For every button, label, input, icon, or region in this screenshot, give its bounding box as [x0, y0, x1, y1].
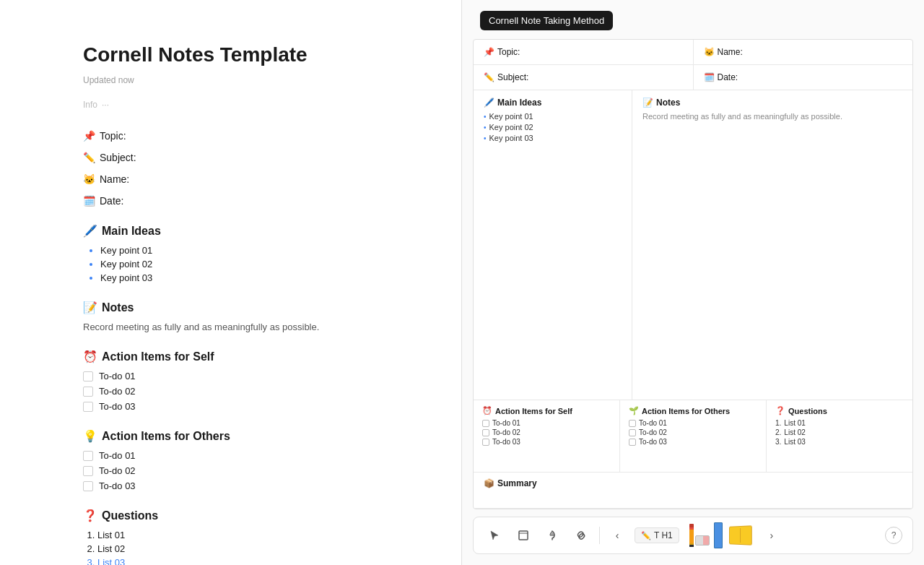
main-ideas-list: Key point 01 Key point 02 Key point 03 [83, 245, 418, 283]
questions-list: List 01 List 02 List 03 [83, 530, 418, 565]
card-bullet-2: Key point 02 [484, 123, 622, 131]
card-main-row: 🖊️ Main Ideas Key point 01 Key point 02 … [474, 90, 912, 400]
subject-field: ✏️Subject: [83, 152, 418, 163]
action-others-heading: 💡 Action Items for Others [83, 429, 418, 443]
date-field: 🗓️Date: [83, 195, 418, 207]
card-topic-cell: 📌 Topic: [474, 40, 694, 64]
todo-label: To-do 03 [99, 401, 136, 412]
checkbox-item[interactable]: To-do 02 [83, 386, 418, 397]
card-row-subject-date: ✏️ Subject: 🗓️ Date: [474, 65, 912, 90]
prev-button[interactable]: ‹ [607, 525, 627, 545]
card-subject-label: ✏️ Subject: [484, 72, 683, 82]
todo-checkbox [629, 429, 636, 436]
card-todo-item: To-do 03 [629, 438, 757, 446]
main-ideas-title: Main Ideas [102, 225, 161, 238]
pin-tool-icon[interactable] [541, 525, 563, 546]
action-self-emoji: ⏰ [83, 350, 97, 363]
notes-card-desc: Record meeting as fully and as meaningfu… [642, 112, 902, 121]
card-date-label: 🗓️ Date: [704, 72, 903, 82]
checkbox-input[interactable] [83, 481, 93, 491]
left-panel: Cornell Notes Template Updated now Info … [0, 0, 462, 565]
link-tool-icon[interactable] [570, 525, 592, 546]
notes-heading: 📝 Notes [83, 301, 418, 314]
checkbox-item[interactable]: To-do 03 [83, 401, 418, 412]
card-topic-label: 📌 Topic: [484, 47, 683, 57]
name-emoji: 🐱 [83, 173, 95, 185]
frame-tool-icon[interactable] [513, 525, 534, 546]
ruler-icon [714, 522, 723, 548]
main-ideas-card-title: 🖊️ Main Ideas [484, 98, 622, 108]
eraser-icon [695, 535, 710, 545]
todo-label: To-do 01 [99, 371, 136, 381]
card-row-topic-name: 📌 Topic: 🐱 Name: [474, 40, 912, 65]
main-ideas-card-icon: 🖊️ [484, 98, 494, 108]
col-others-icon: 🌱 [629, 406, 639, 415]
notes-card-title: 📝 Notes [642, 98, 902, 108]
date-emoji: 🗓️ [83, 195, 95, 207]
questions-heading: ❓ Questions [83, 509, 418, 522]
todo-label: To-do 03 [99, 480, 136, 491]
notes-description: Record meeting as fully and as meaningfu… [83, 322, 418, 332]
updated-text: Updated now [83, 75, 418, 85]
toolbar-separator [599, 527, 600, 544]
card-todo-item: To-do 02 [482, 428, 611, 436]
todo-checkbox [629, 420, 636, 427]
todo-checkbox [629, 439, 636, 446]
card-notes-col: 📝 Notes Record meeting as fully and as m… [632, 90, 912, 400]
card-name-cell: 🐱 Name: [694, 40, 913, 64]
col-self-title: ⏰ Action Items for Self [482, 406, 611, 415]
checkbox-input[interactable] [83, 451, 93, 461]
info-row: Info ··· [83, 100, 418, 110]
card-date-cell: 🗓️ Date: [694, 65, 913, 90]
card-main-ideas-col: 🖊️ Main Ideas Key point 01 Key point 02 … [474, 90, 632, 400]
cursor-tool-icon[interactable] [484, 525, 505, 546]
action-others-title: Action Items for Others [102, 430, 230, 443]
date-icon: 🗓️ [704, 72, 715, 82]
info-dots[interactable]: ··· [102, 100, 109, 110]
info-label: Info [83, 100, 97, 110]
card-todo-item: To-do 02 [629, 428, 757, 436]
checkbox-item[interactable]: To-do 03 [83, 480, 418, 491]
book-icon [729, 525, 752, 545]
card-subject-cell: ✏️ Subject: [474, 65, 694, 90]
text-format-badge[interactable]: ✏️ T H1 [635, 527, 679, 543]
preview-label: Cornell Note Taking Method [480, 11, 613, 30]
notes-title: Notes [102, 301, 134, 314]
list-item: List 03 [97, 557, 418, 565]
summary-icon: 📦 [484, 478, 494, 488]
action-self-title: Action Items for Self [102, 350, 214, 363]
main-ideas-heading: 🖊️ Main Ideas [83, 224, 418, 238]
checkbox-item[interactable]: To-do 01 [83, 371, 418, 381]
card-col-others: 🌱 Action Items for Others To-do 01 To-do… [620, 400, 767, 472]
summary-title: 📦 Summary [484, 478, 902, 488]
card-bullet-3: Key point 03 [484, 134, 622, 142]
checkbox-input[interactable] [83, 466, 93, 476]
name-field: 🐱Name: [83, 173, 418, 185]
topic-icon: 📌 [484, 47, 494, 57]
action-self-list: To-do 01 To-do 02 To-do 03 [83, 371, 418, 412]
name-label: Name: [100, 173, 129, 185]
checkbox-input[interactable] [83, 402, 93, 412]
cornell-card: 📌 Topic: 🐱 Name: ✏️ Subject: [473, 39, 913, 509]
text-format-icon: ✏️ [641, 531, 651, 540]
checkbox-item[interactable]: To-do 01 [83, 450, 418, 461]
help-button[interactable]: ? [885, 527, 902, 544]
checkbox-item[interactable]: To-do 02 [83, 465, 418, 476]
topic-field: 📌Topic: [83, 130, 418, 142]
next-button[interactable]: › [762, 525, 782, 545]
checkbox-input[interactable] [83, 371, 93, 381]
card-name-label: 🐱 Name: [704, 47, 903, 57]
col-questions-title: ❓ Questions [775, 406, 904, 415]
action-others-list: To-do 01 To-do 02 To-do 03 [83, 450, 418, 491]
col-questions-icon: ❓ [775, 406, 785, 415]
subject-icon: ✏️ [484, 72, 494, 82]
card-col-questions: ❓ Questions 1.List 01 2.List 02 3.List 0… [767, 400, 912, 472]
card-list-item: 1.List 01 [775, 419, 904, 427]
card-list-item: 2.List 02 [775, 428, 904, 436]
todo-checkbox [482, 429, 489, 436]
card-col-self: ⏰ Action Items for Self To-do 01 To-do 0… [474, 400, 620, 472]
pencil-red-icon [689, 524, 694, 547]
checkbox-input[interactable] [83, 387, 93, 397]
action-self-heading: ⏰ Action Items for Self [83, 350, 418, 363]
help-icon: ? [892, 530, 897, 540]
